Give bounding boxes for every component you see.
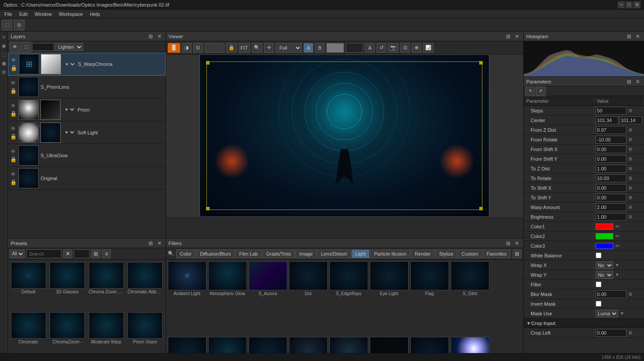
filter-tab-color[interactable]: Color <box>176 249 195 258</box>
param-input-center-x[interactable] <box>596 116 619 124</box>
preset-item-chromatic[interactable]: Chromatic <box>10 311 47 360</box>
param-checkbox-whitebalance[interactable] <box>596 253 601 258</box>
parameters-close-button[interactable]: ✕ <box>634 78 641 85</box>
filter-tab-render[interactable]: Render <box>411 249 434 258</box>
viewer-undo-btn[interactable]: ↺ <box>376 43 386 53</box>
param-expand-toshifty[interactable]: ⊞ <box>627 195 633 201</box>
zoom-move-button[interactable]: ✛ <box>264 43 274 53</box>
param-expand-steps[interactable]: ⊞ <box>627 108 633 114</box>
histogram-close-button[interactable]: ✕ <box>634 33 641 40</box>
params-paste-button[interactable]: ↱ <box>536 87 546 96</box>
layer-eye-icon[interactable]: 👁 <box>10 125 17 132</box>
minimize-button[interactable]: ─ <box>618 1 625 8</box>
layer-eye-icon[interactable]: 👁 <box>10 79 17 87</box>
layers-close-button[interactable]: ✕ <box>156 33 163 40</box>
param-expand-wrapy[interactable]: ▼ <box>614 272 620 278</box>
filter-item-atmospheric-glow[interactable]: Atmospheric Glow <box>208 261 247 335</box>
viewer-black-btn[interactable] <box>346 43 363 53</box>
viewer-a-btn[interactable]: A <box>304 43 313 53</box>
layer-row[interactable]: 👁 🔒 ▼ Soft Light <box>8 121 165 144</box>
zoom-fit-button[interactable]: FIT <box>239 43 250 53</box>
layer-lock-icon[interactable]: 🔒 <box>10 133 17 140</box>
viewer-exposure-btn[interactable]: ◑ <box>182 43 192 53</box>
preset-item-chroma-zoom-by[interactable]: Chroma Zoom - BY <box>87 261 125 310</box>
viewer-canvas[interactable] <box>166 54 523 217</box>
param-input-steps[interactable] <box>596 107 626 115</box>
menu-help[interactable]: Help <box>87 10 103 18</box>
param-input-brightness[interactable] <box>596 213 626 221</box>
layer-eye-icon[interactable]: 👁 <box>10 171 17 178</box>
param-input-torotate[interactable] <box>596 174 626 182</box>
preset-item-3d-glasses[interactable]: 3D Glasses <box>49 261 86 310</box>
param-input-fromrotate[interactable] <box>596 136 626 144</box>
preset-item-moderate-warp[interactable]: Moderate Warp <box>87 311 125 360</box>
param-input-tozdist[interactable] <box>596 165 626 173</box>
preset-item-prism-vision[interactable]: Prism Vision <box>127 311 164 360</box>
filters-close-button[interactable]: ✕ <box>514 240 521 247</box>
params-copy-button[interactable]: ↰ <box>525 87 535 96</box>
param-input-fromzdist[interactable] <box>596 126 626 134</box>
param-input-toshiftx[interactable] <box>596 184 626 192</box>
param-input-fromshifty[interactable] <box>596 155 626 163</box>
color3-swatch[interactable] <box>596 243 613 249</box>
filter-item-edge-rays[interactable]: S_EdgeRays <box>329 261 368 335</box>
side-layers-icon[interactable]: ≡ <box>0 33 7 40</box>
layer-row[interactable]: 👁 🔒 S_UltraGlow <box>8 144 165 167</box>
presets-list-view-button[interactable]: ≡ <box>102 249 111 258</box>
filter-tab-custom[interactable]: Custom <box>458 249 482 258</box>
param-expand-cropleft[interactable]: ⊞ <box>627 330 633 336</box>
param-expand-brightness[interactable]: ⊞ <box>627 214 633 220</box>
filter-tab-image[interactable]: Image <box>295 249 317 258</box>
filter-tab-particle[interactable]: Particle Illusion <box>370 249 410 258</box>
layer-eye-icon[interactable]: 👁 <box>10 148 17 155</box>
layer-eye-icon[interactable]: 👁 <box>10 57 17 64</box>
maximize-button[interactable]: □ <box>626 1 633 8</box>
filter-tab-lens[interactable]: Lens/Distort <box>317 249 351 258</box>
menu-file[interactable]: File <box>2 10 15 18</box>
param-input-fromshiftx[interactable] <box>596 145 626 153</box>
layer-lock-icon[interactable]: 🔒 <box>10 110 17 117</box>
filter-item-glint[interactable]: S_Glint <box>451 261 489 335</box>
color2-swatch[interactable] <box>596 233 613 239</box>
preset-item-default[interactable]: ⬚ Default <box>10 261 47 310</box>
filter-tab-stylize[interactable]: Stylize <box>435 249 457 258</box>
side-eye-icon[interactable]: ◉ <box>0 42 7 49</box>
transform-tool-button[interactable]: ⬚ <box>2 20 12 30</box>
filter-tab-diffusion[interactable]: Diffusion/Blurs <box>196 249 235 258</box>
side-tool2-icon[interactable]: ▣ <box>0 60 7 67</box>
param-checkbox-invertmask[interactable] <box>596 301 601 307</box>
filter-tab-grads[interactable]: Grads/Tints <box>262 249 295 258</box>
target-tool-button[interactable]: ◎ <box>14 20 25 30</box>
param-input-blurmask[interactable] <box>596 290 626 298</box>
param-select-wrapy[interactable]: No Yes <box>596 271 613 279</box>
viewer-camera-btn[interactable]: 📷 <box>388 43 398 53</box>
zoom-lock-button[interactable]: 🔒 <box>226 43 237 53</box>
blend-mode-select[interactable]: Lighten Normal Multiply Screen <box>55 43 83 51</box>
param-input-warpamount[interactable] <box>596 203 626 211</box>
layers-eye-button[interactable]: ⬚ <box>21 42 31 52</box>
presets-clear-button[interactable]: ✕ <box>63 249 72 258</box>
filter-tab-light[interactable]: Light <box>351 249 370 258</box>
filter-tab-favorites[interactable]: Favorites <box>483 249 510 258</box>
zoom-search-button[interactable]: 🔍 <box>252 43 262 53</box>
presets-grid-view-button[interactable]: ⊞ <box>91 249 100 258</box>
layer-dropdown[interactable]: ▼ <box>62 107 76 112</box>
presets-close-button[interactable]: ✕ <box>156 240 163 247</box>
param-expand-fromshifty[interactable]: ⊞ <box>627 156 633 162</box>
view-mode-select[interactable]: Full Split <box>275 43 302 53</box>
layers-expand-button[interactable]: ⊞ <box>147 33 154 40</box>
filters-expand-button[interactable]: ⊞ <box>505 240 512 247</box>
viewer-chart-btn[interactable]: 📊 <box>423 43 434 53</box>
param-expand-blurmask[interactable]: ⊞ <box>627 291 633 297</box>
presets-search-input[interactable] <box>26 249 62 258</box>
layer-row[interactable]: 👁 🔒 Original <box>8 167 165 190</box>
filter-item-ambient-light[interactable]: ☀ Ambient Light <box>168 261 206 335</box>
side-tool3-icon[interactable]: ⊞ <box>0 69 7 76</box>
side-tool1-icon[interactable]: ⬚ <box>0 51 7 58</box>
close-button[interactable]: ✕ <box>633 1 640 8</box>
preset-item-chromatic-abberation[interactable]: Chromatic Abberation - S... <box>127 261 164 310</box>
crop-input-section-header[interactable]: ▼ Crop Input <box>524 318 644 328</box>
viewer-scope-btn[interactable]: ⊡ <box>193 43 203 53</box>
param-expand-warpamount[interactable]: ⊞ <box>627 204 633 210</box>
menu-edit[interactable]: Edit <box>17 10 30 18</box>
